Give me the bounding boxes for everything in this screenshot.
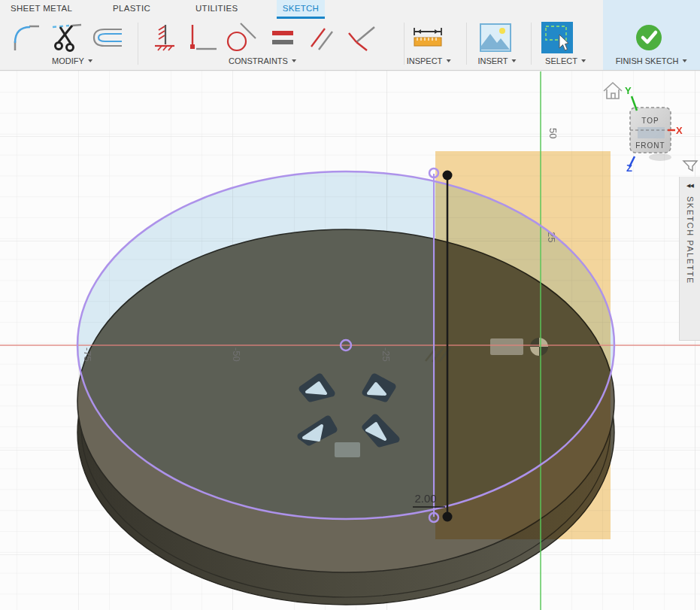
sketch-palette-collapsed[interactable]: ◀◀ SKETCH PALETTE [679,177,700,341]
insert-dropdown[interactable]: INSERT [477,56,516,65]
tab-sketch[interactable]: SKETCH [277,0,325,19]
z-axis-label: Z [626,162,632,174]
tab-sheet-metal[interactable]: SHEET METAL [6,0,77,19]
select-dropdown[interactable]: SELECT [545,56,586,65]
fillet-icon[interactable] [9,22,42,53]
measure-icon[interactable] [411,22,444,53]
group-separator [404,23,405,65]
viewcube-front-face[interactable]: FRONT [635,141,665,150]
svg-text:-50: -50 [231,347,242,362]
inspect-dropdown[interactable]: INSPECT [407,56,451,65]
svg-text:-75: -75 [82,347,93,362]
modify-dropdown[interactable]: MODIFY [52,56,92,65]
dimension-endpoint-top[interactable] [443,171,453,181]
viewcube-top-face[interactable]: TOP [641,117,659,125]
tab-utilities[interactable]: UTILITIES [191,0,242,19]
select-window-icon[interactable] [541,22,574,53]
chevron-down-icon [446,59,450,62]
x-axis-label: X [676,125,683,136]
expand-panel-icon[interactable]: ◀◀ [686,183,693,189]
finish-sketch-check-icon[interactable] [632,22,665,53]
fusion-sketch-window: SHEET METAL PLASTIC UTILITIES SKETCH [0,0,700,610]
y-axis-label: Y [625,85,632,96]
sketch-palette-title: SKETCH PALETTE [686,196,695,284]
chevron-down-icon [682,59,686,62]
svg-text:50: 50 [547,128,559,138]
horizontal-vertical-icon[interactable] [185,22,218,53]
dimension-value[interactable]: 2.00 [414,492,436,505]
tab-plastic[interactable]: PLASTIC [108,0,155,19]
insert-image-icon[interactable] [479,22,512,53]
chevron-down-icon [88,59,92,62]
group-separator [138,23,138,65]
fix-constraint-icon[interactable] [147,22,180,53]
group-separator [466,23,467,65]
svg-text:-25: -25 [380,347,392,362]
dimension-endpoint-bottom[interactable] [443,512,453,522]
chevron-down-icon [581,59,586,62]
viewport[interactable]: -75 -50 -25 50 25 2.00 [0,71,700,610]
faded-dimension-badge [490,338,523,355]
group-separator [531,23,532,65]
offset-icon[interactable] [90,22,123,53]
origin-marker-icon [530,338,548,356]
viewcube-shadow [649,153,671,161]
constraints-dropdown[interactable]: CONSTRAINTS [229,56,296,65]
chevron-down-icon [512,59,517,62]
finish-sketch-dropdown[interactable]: FINISH SKETCH [616,56,687,65]
chevron-down-icon [292,59,296,62]
tab-active-underline [277,17,325,19]
parallel-icon[interactable] [305,22,338,53]
perpendicular-icon[interactable] [344,22,377,53]
tab-sketch-label: SKETCH [283,4,319,13]
toolbar: SHEET METAL PLASTIC UTILITIES SKETCH [0,0,700,71]
equal-icon[interactable] [266,22,299,53]
trim-scissors-icon[interactable] [50,22,83,53]
tangent-icon[interactable] [224,22,257,53]
